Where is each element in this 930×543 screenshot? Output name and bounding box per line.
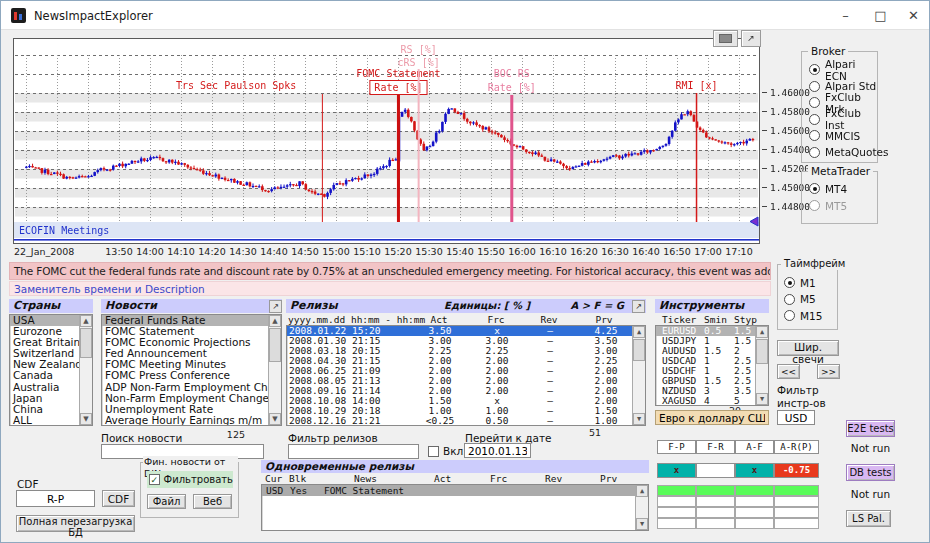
ls-pal-button[interactable]: LS Pal.	[846, 510, 891, 527]
scrollbar[interactable]: ▲▼	[635, 485, 648, 530]
axis-tick	[762, 130, 767, 131]
broker-group-label: Broker	[808, 45, 848, 57]
radio-option-m15[interactable]: M15	[784, 309, 837, 322]
time-axis-label: 15:00	[319, 246, 353, 257]
scroll-down-arrow[interactable]: ▼	[756, 393, 768, 405]
axis-tick	[762, 111, 767, 112]
radio-dot[interactable]	[809, 64, 820, 75]
scroll-up-arrow[interactable]: ▲	[756, 326, 768, 338]
radio-option-fxclub-inst[interactable]: FxClub Inst	[809, 113, 877, 126]
list-item[interactable]: FOMC Press Conference	[102, 370, 268, 381]
scrollbar[interactable]: ▲▼	[79, 315, 92, 425]
list-item[interactable]: Australia	[10, 382, 79, 393]
scroll-up-arrow[interactable]: ▲	[269, 315, 281, 327]
app-window: NewsImpactExplorer – □ ✕ ↗ 1.460001.4580…	[0, 0, 930, 543]
djnews-group: Фин. новости от DJNw ✓ Фильтровать Файл …	[140, 462, 239, 518]
list-item[interactable]: Canada	[10, 370, 79, 381]
radio-dot[interactable]	[809, 114, 820, 125]
radio-dot[interactable]	[809, 183, 820, 194]
event-note-link[interactable]: Заменитель времени и Description	[9, 281, 771, 296]
scroll-down-arrow[interactable]: ▼	[636, 518, 648, 530]
releases-popout-button[interactable]: ↗	[632, 300, 645, 313]
chart-grid-button[interactable]	[713, 30, 738, 47]
cdf-button[interactable]: CDF	[102, 490, 135, 507]
releases-legend: A > F = G	[571, 299, 624, 313]
scroll-thumb[interactable]	[80, 328, 92, 358]
scroll-thumb[interactable]	[633, 339, 645, 361]
instr-filter-input[interactable]	[777, 410, 815, 425]
releases-filter-input[interactable]	[288, 444, 419, 459]
metatrader-group-label: MetaTrader	[808, 165, 873, 177]
radio-option-m1[interactable]: M1	[784, 276, 837, 289]
cdf-input[interactable]	[16, 490, 95, 507]
radio-dot	[809, 200, 820, 211]
scroll-down-arrow[interactable]: ▼	[269, 413, 281, 425]
radio-label: M15	[800, 310, 822, 322]
list-item[interactable]: ADP Non-Farm Employment Change	[102, 382, 268, 393]
list-item[interactable]: Average Hourly Earnings m/m	[102, 415, 268, 426]
close-button[interactable]: ✕	[897, 1, 930, 30]
price-chart-canvas[interactable]	[14, 39, 759, 243]
radio-dot[interactable]	[784, 294, 795, 305]
list-item[interactable]: ALL	[10, 415, 79, 426]
candle-width-button[interactable]: Шир. свечи	[777, 340, 839, 356]
result-grid-cell	[696, 507, 735, 518]
db-status: Not run	[846, 488, 895, 500]
instruments-listbox[interactable]: EURUSD0.51.5USDJPY11.5AUDUSD1.52USDCAD12…	[655, 325, 769, 406]
sim-col-Rev: Rev	[545, 473, 562, 484]
grid-icon	[719, 34, 732, 43]
simultaneous-table[interactable]: USDYesFOMC Statement▲▼	[261, 484, 649, 531]
scroll-thumb[interactable]	[269, 328, 281, 362]
db-reload-button[interactable]: Полная перезагрузка БД	[16, 515, 135, 532]
result-grid-cell	[774, 485, 819, 496]
scroll-up-arrow[interactable]: ▲	[80, 315, 92, 327]
col-styp: Styp	[734, 314, 757, 325]
simultaneous-column-header: CurBlkNewsActFrcRevPrv	[261, 473, 649, 484]
maximize-button[interactable]: □	[864, 1, 897, 30]
filter-enable-checkbox[interactable]	[428, 446, 439, 457]
radio-option-alpari-ecn[interactable]: Alpari ECN	[809, 63, 877, 76]
goto-date-input[interactable]	[464, 443, 531, 458]
countries-listbox[interactable]: USAEurozoneGreat BritainSwitzerlandNew Z…	[9, 314, 93, 426]
time-axis-label: 15:20	[381, 246, 415, 257]
result-col-header: F-R	[696, 440, 735, 454]
djnews-file-button[interactable]: Файл	[147, 494, 186, 509]
djnews-web-button[interactable]: Веб	[193, 494, 232, 509]
news-count: 125	[219, 429, 245, 440]
djnews-filter-checkbox[interactable]: ✓	[149, 474, 160, 485]
scroll-up-arrow[interactable]: ▲	[633, 326, 645, 338]
scrollbar[interactable]: ▲▼	[632, 326, 645, 425]
radio-option-metaquotes[interactable]: MetaQuotes	[809, 146, 877, 159]
radio-option-m5[interactable]: M5	[784, 293, 837, 306]
radio-dot[interactable]	[784, 277, 795, 288]
db-tests-button[interactable]: DB tests	[846, 464, 895, 481]
djnews-filter-row[interactable]: ✓ Фильтровать	[147, 471, 233, 488]
releases-table[interactable]: 2008.01.22 15:203.50x–4.252008.01.30 21:…	[286, 325, 646, 426]
scrollbar[interactable]: ▲▼	[755, 326, 768, 405]
news-popout-button[interactable]: ↗	[269, 300, 282, 313]
radio-option-mmcis[interactable]: MMCIS	[809, 129, 877, 142]
radio-dot[interactable]	[784, 310, 795, 321]
scroll-down-arrow[interactable]: ▼	[633, 413, 645, 425]
radio-dot[interactable]	[809, 147, 820, 158]
chart-popout-button[interactable]: ↗	[741, 30, 761, 47]
next-button[interactable]: >>	[817, 364, 840, 379]
sim-release-row[interactable]: USDYesFOMC Statement	[262, 485, 635, 496]
radio-option-mt4[interactable]: MT4	[809, 182, 877, 195]
release-row[interactable]: 2008.12.16 21:21<0.250.50–1.00	[287, 416, 632, 426]
simultaneous-header: Одновременные релизы	[261, 460, 649, 473]
instrument-description-field[interactable]	[655, 410, 769, 425]
scrollbar[interactable]: ▲▼	[268, 315, 281, 425]
radio-dot[interactable]	[809, 81, 820, 92]
scroll-thumb[interactable]	[756, 339, 768, 364]
scroll-down-arrow[interactable]: ▼	[80, 413, 92, 425]
col-prv: Prv	[575, 314, 633, 325]
minimize-button[interactable]: –	[829, 1, 862, 30]
news-listbox[interactable]: Federal Funds RateFOMC StatementFOMC Eco…	[101, 314, 282, 426]
radio-dot[interactable]	[809, 130, 820, 141]
prev-button[interactable]: <<	[777, 364, 800, 379]
title-bar[interactable]: NewsImpactExplorer – □ ✕	[1, 1, 929, 30]
scroll-up-arrow[interactable]: ▲	[636, 485, 648, 497]
radio-dot[interactable]	[809, 97, 820, 108]
e2e-tests-button[interactable]: E2E tests	[846, 420, 895, 437]
